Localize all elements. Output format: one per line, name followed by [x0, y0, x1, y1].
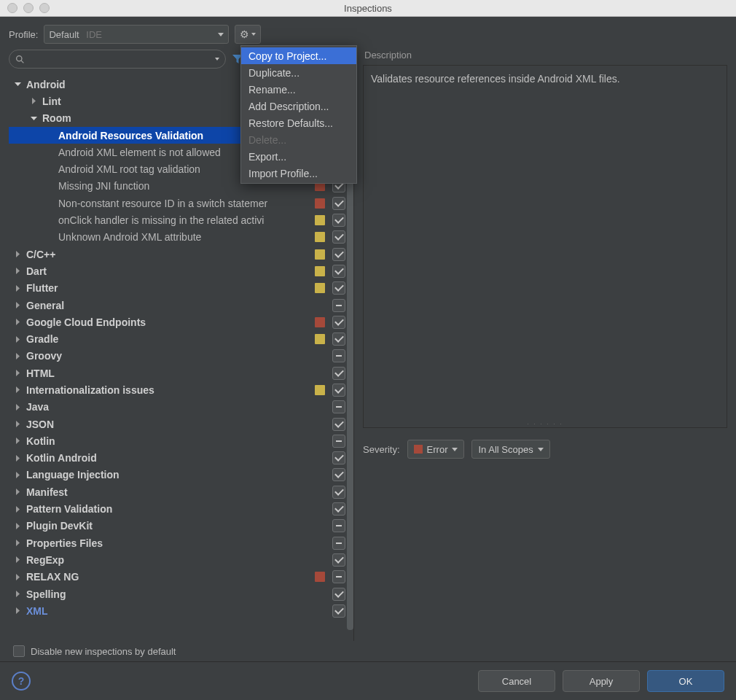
inspection-checkbox[interactable] — [332, 316, 345, 329]
menu-item[interactable]: Restore Defaults... — [241, 114, 356, 131]
chevron-right-icon[interactable] — [13, 370, 22, 376]
tree-row[interactable]: Unknown Android XML attribute — [9, 229, 353, 246]
menu-item[interactable]: Export... — [241, 148, 356, 165]
resize-handle[interactable]: · · · · · · — [527, 420, 563, 427]
inspection-checkbox[interactable] — [332, 332, 345, 346]
scope-select[interactable]: In All Scopes — [471, 440, 549, 459]
menu-item[interactable]: Duplicate... — [241, 64, 356, 81]
chevron-right-icon[interactable] — [13, 607, 22, 614]
inspection-checkbox[interactable] — [332, 281, 345, 295]
tree-row[interactable]: Kotlin — [9, 432, 353, 449]
chevron-right-icon[interactable] — [13, 574, 22, 580]
chevron-right-icon[interactable] — [13, 506, 22, 513]
severity-swatch-icon — [414, 445, 423, 454]
tree-row[interactable]: Language Injection — [9, 467, 353, 483]
tree-row[interactable]: Google Cloud Endpoints — [9, 314, 353, 330]
inspection-checkbox[interactable] — [332, 451, 345, 464]
chevron-right-icon[interactable] — [13, 302, 22, 308]
inspection-checkbox[interactable] — [332, 553, 345, 567]
inspection-checkbox[interactable] — [332, 367, 345, 380]
menu-item[interactable]: Add Description... — [241, 98, 356, 114]
tree-row[interactable]: Plugin DevKit — [9, 518, 353, 534]
tree-row[interactable]: C/C++ — [9, 246, 353, 262]
tree-row[interactable]: Non-constant resource ID in a switch sta… — [9, 195, 353, 211]
tree-row[interactable]: Java — [9, 399, 353, 416]
chevron-right-icon[interactable] — [13, 404, 22, 411]
cancel-button[interactable]: Cancel — [478, 670, 555, 692]
chevron-right-icon[interactable] — [13, 353, 22, 359]
inspection-checkbox[interactable] — [332, 384, 345, 397]
tree-row[interactable]: JSON — [9, 416, 353, 432]
ok-button[interactable]: OK — [647, 670, 724, 692]
chevron-right-icon[interactable] — [13, 285, 22, 292]
inspection-checkbox[interactable] — [332, 468, 345, 481]
tree-row[interactable]: HTML — [9, 365, 353, 381]
tree-row[interactable]: Manifest — [9, 483, 353, 500]
chevron-down-icon[interactable] — [29, 115, 38, 122]
chevron-right-icon[interactable] — [13, 319, 22, 325]
profile-actions-button[interactable]: ⚙ — [235, 25, 261, 44]
gear-icon: ⚙ — [240, 29, 249, 39]
inspection-checkbox[interactable] — [332, 248, 345, 261]
inspection-checkbox[interactable] — [332, 519, 345, 532]
severity-swatch-icon — [315, 317, 325, 327]
inspection-checkbox[interactable] — [332, 486, 345, 499]
tree-row[interactable]: RELAX NG — [9, 569, 353, 586]
menu-item[interactable]: Copy to Project... — [241, 47, 356, 64]
inspection-checkbox[interactable] — [332, 400, 345, 413]
tree-row[interactable]: Properties Files — [9, 534, 353, 551]
inspection-checkbox[interactable] — [332, 230, 345, 244]
chevron-right-icon[interactable] — [13, 540, 22, 546]
right-panel: Description Validates resource reference… — [363, 50, 727, 661]
tree-row[interactable]: Gradle — [9, 330, 353, 347]
tree-row[interactable]: Groovy — [9, 348, 353, 365]
inspection-checkbox[interactable] — [332, 588, 345, 601]
chevron-down-icon[interactable] — [13, 81, 22, 88]
tree-row[interactable]: Flutter — [9, 280, 353, 297]
chevron-right-icon[interactable] — [13, 489, 22, 495]
chevron-right-icon[interactable] — [13, 472, 22, 478]
tree-row[interactable]: General — [9, 297, 353, 314]
disable-new-checkbox[interactable] — [13, 645, 25, 657]
menu-item[interactable]: Rename... — [241, 81, 356, 98]
chevron-right-icon[interactable] — [13, 336, 22, 343]
tree-row[interactable]: Spelling — [9, 586, 353, 602]
chevron-right-icon[interactable] — [13, 523, 22, 529]
search-input[interactable] — [9, 50, 226, 69]
inspection-checkbox[interactable] — [332, 265, 345, 278]
inspection-checkbox[interactable] — [332, 299, 345, 312]
inspection-checkbox[interactable] — [332, 197, 345, 210]
inspection-checkbox[interactable] — [332, 418, 345, 431]
inspection-checkbox[interactable] — [332, 214, 345, 227]
menu-item[interactable]: Import Profile... — [241, 165, 356, 182]
chevron-right-icon[interactable] — [13, 251, 22, 257]
profile-select[interactable]: Default IDE — [44, 25, 229, 44]
apply-button[interactable]: Apply — [563, 670, 640, 692]
tree-row[interactable]: Kotlin Android — [9, 450, 353, 467]
inspection-checkbox[interactable] — [332, 435, 345, 448]
inspection-checkbox[interactable] — [332, 502, 345, 516]
severity-select[interactable]: Error — [407, 440, 465, 459]
chevron-right-icon[interactable] — [13, 421, 22, 427]
chevron-right-icon[interactable] — [29, 98, 38, 104]
inspection-checkbox[interactable] — [332, 349, 345, 362]
tree-row[interactable]: Dart — [9, 262, 353, 279]
chevron-right-icon[interactable] — [13, 438, 22, 444]
help-button[interactable]: ? — [12, 672, 31, 691]
chevron-right-icon[interactable] — [13, 455, 22, 462]
profile-row: Profile: Default IDE ⚙ — [0, 16, 736, 50]
inspection-checkbox[interactable] — [332, 570, 345, 583]
profile-actions-menu[interactable]: Copy to Project...Duplicate...Rename...A… — [240, 45, 357, 184]
inspection-checkbox[interactable] — [332, 604, 345, 618]
tree-row[interactable]: RegExp — [9, 551, 353, 568]
inspection-checkbox[interactable] — [332, 537, 345, 550]
tree-row[interactable]: Pattern Validation — [9, 500, 353, 517]
tree-item-label: Kotlin — [26, 435, 55, 447]
chevron-right-icon[interactable] — [13, 386, 22, 393]
tree-row[interactable]: Internationalization issues — [9, 381, 353, 398]
tree-row[interactable]: onClick handler is missing in the relate… — [9, 211, 353, 228]
chevron-right-icon[interactable] — [13, 556, 22, 563]
chevron-right-icon[interactable] — [13, 268, 22, 274]
chevron-right-icon[interactable] — [13, 591, 22, 597]
tree-row[interactable]: XML — [9, 602, 353, 619]
